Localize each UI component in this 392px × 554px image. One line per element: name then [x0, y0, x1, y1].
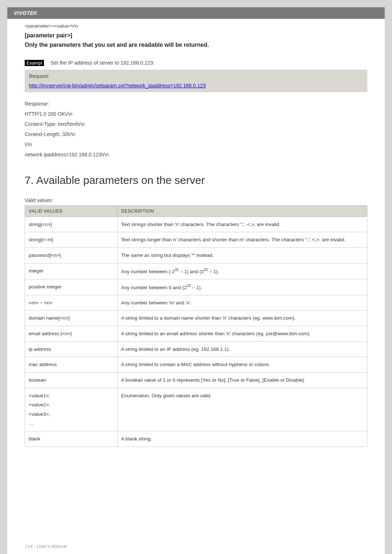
parameter-value-line: <parameter>=<value>\r\n — [25, 23, 367, 29]
table-cell-value: string[n~m] — [25, 232, 118, 248]
table-cell-value: mac address — [25, 357, 118, 373]
table-row: ip addressA string limited to an IP addr… — [25, 341, 367, 357]
table-cell-value: email address [<n>] — [25, 326, 118, 342]
example-description: Set the IP address of server to 192.168.… — [50, 60, 154, 66]
table-cell-value: <value1>,<value2>,<value3>,… — [25, 388, 118, 431]
table-cell-description: A blank string. — [117, 431, 367, 447]
table-cell-value: <m> ~ <n> — [25, 295, 118, 311]
table-cell-description: A string limited to an IP address (eg. 1… — [117, 341, 367, 357]
table-cell-description: The same as string but displays '*' inst… — [117, 247, 367, 263]
table-header-description: DESCRIPTION — [117, 205, 367, 217]
table-cell-description: Any number between 0 and (232 – 1). — [117, 279, 367, 295]
table-row: integerAny number between (-231 – 1) and… — [25, 263, 367, 279]
response-line-1: Content-Type: text/html\r\n — [25, 119, 367, 129]
table-cell-description: Text strings shorter than 'n' characters… — [117, 217, 367, 232]
table-cell-description: Any number between 'm' and 'n'. — [117, 295, 367, 311]
table-cell-description: A string limited to contain a MAC addres… — [117, 357, 367, 373]
table-cell-value: boolean — [25, 373, 118, 388]
table-row: blankA blank string. — [25, 431, 367, 447]
table-row: password[<n>]The same as string but disp… — [25, 247, 367, 263]
document-page: VIVOTEK <parameter>=<value>\r\n [paramet… — [7, 7, 385, 554]
table-cell-description: A string limited to a domain name shorte… — [117, 311, 367, 326]
table-cell-description: Text strings longer than n' characters a… — [117, 232, 367, 248]
table-row: mac addressA string limited to contain a… — [25, 357, 367, 373]
table-cell-value: domain name[<n>] — [25, 311, 118, 326]
table-cell-value: password[<n>] — [25, 247, 118, 263]
brand-text: VIVOTEK — [14, 10, 37, 16]
example-row: Exampl Set the IP address of server to 1… — [25, 60, 367, 66]
table-cell-value: positive integer — [25, 279, 118, 295]
response-line-4: network.ipaddress=192.168.0.123\r\n — [25, 149, 367, 160]
response-line-2: Context-Length: 33\r\n — [25, 129, 367, 139]
table-row: <value1>,<value2>,<value3>,…Enumeration.… — [25, 388, 367, 431]
valid-values-table: VALID VALUES DESCRIPTION string[<n>]Text… — [25, 205, 367, 447]
table-cell-value: blank — [25, 431, 118, 447]
response-line-0: HTTP/1.0 200 OK\r\n — [25, 109, 367, 119]
table-row: email address [<n>]A string limited to a… — [25, 326, 367, 342]
table-cell-value: integer — [25, 263, 118, 279]
table-cell-description: Enumeration. Only given values are valid… — [117, 388, 367, 431]
page-footer: 114 - User's Manual — [25, 543, 67, 549]
request-label: Request: — [29, 73, 363, 79]
table-cell-description: A boolean value of 1 or 0 represents [Ye… — [117, 373, 367, 388]
example-label: Exampl — [25, 60, 44, 66]
table-cell-description: Any number between (-231 – 1) and (231 –… — [117, 263, 367, 279]
table-header-values: VALID VALUES — [25, 205, 118, 217]
request-url-link[interactable]: http://myserver/cgi-bin/admin/setparam.c… — [29, 83, 206, 89]
table-cell-description: A string limited to an email address sho… — [117, 326, 367, 342]
table-row: <m> ~ <n>Any number between 'm' and 'n'. — [25, 295, 367, 311]
valid-values-label: Valid values: — [25, 197, 367, 203]
table-cell-value: string[<n>] — [25, 217, 118, 232]
table-row: string[<n>]Text strings shorter than 'n'… — [25, 217, 367, 232]
parameter-pair-marker: [parameter pair>] — [25, 32, 367, 39]
table-row: string[n~m]Text strings longer than n' c… — [25, 232, 367, 248]
request-block: Request: http://myserver/cgi-bin/admin/s… — [25, 70, 367, 92]
table-row: positive integerAny number between 0 and… — [25, 279, 367, 295]
table-cell-value: ip address — [25, 341, 118, 357]
response-line-3: \r\n — [25, 139, 367, 149]
table-row: domain name[<n>]A string limited to a do… — [25, 311, 367, 326]
table-row: booleanA boolean value of 1 or 0 represe… — [25, 373, 367, 388]
response-label: Response: — [25, 99, 367, 109]
only-readable-note: Only the parameters that you set and are… — [25, 40, 367, 50]
page-content: <parameter>=<value>\r\n [parameter pair>… — [7, 19, 385, 447]
brand-header: VIVOTEK — [7, 7, 385, 19]
response-block: Response: HTTP/1.0 200 OK\r\n Content-Ty… — [25, 99, 367, 160]
section-title: 7. Available parameters on the server — [25, 174, 367, 186]
table-header-row: VALID VALUES DESCRIPTION — [25, 205, 367, 217]
